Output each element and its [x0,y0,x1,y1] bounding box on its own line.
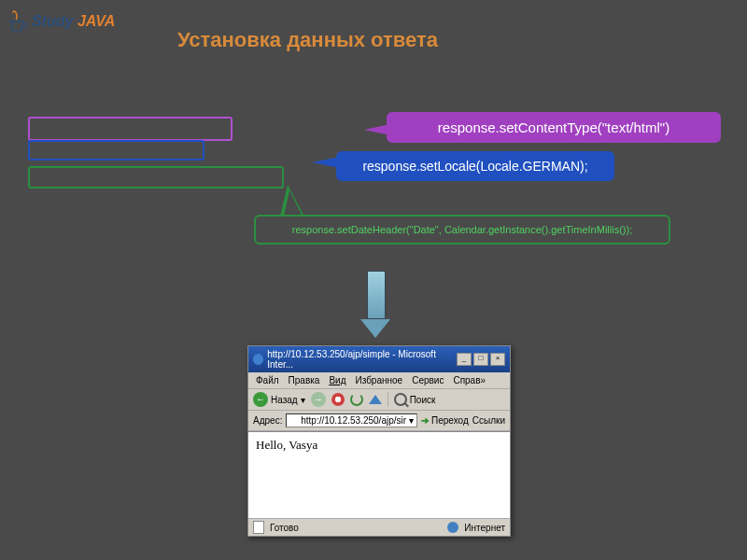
slide-title: Установка данных ответа [177,28,438,52]
go-button[interactable]: ➔ Переход [421,415,469,426]
logo-text-study: Study [32,13,73,29]
page-body-text: Hello, Vasya [256,438,317,452]
address-url: http://10.12.53.250/ajp/sir [301,415,406,426]
close-button[interactable]: × [490,353,505,366]
dropdown-icon: ▾ [301,395,305,405]
go-label: Переход [431,415,469,426]
menu-tools[interactable]: Сервис [408,374,447,386]
ie-icon [253,354,263,365]
maximize-button[interactable]: □ [473,353,488,366]
menu-help[interactable]: Справ» [449,374,489,386]
browser-content: Hello, Vasya [248,431,510,518]
logo: Study JAVA [7,9,115,34]
minimize-button[interactable]: _ [457,353,472,366]
arrow-down-icon [360,271,390,338]
browser-window: http://10.12.53.250/ajp/simple - Microso… [247,345,511,537]
stop-icon[interactable] [331,393,345,406]
search-button[interactable]: Поиск [394,393,436,406]
forward-button[interactable]: → [311,392,326,407]
browser-title: http://10.12.53.250/ajp/simple - Microso… [267,349,453,370]
search-icon [394,393,407,406]
search-label: Поиск [410,395,436,405]
browser-titlebar: http://10.12.53.250/ajp/simple - Microso… [248,346,510,372]
coffee-cup-icon [7,9,28,34]
code-placeholder-blue [28,140,204,161]
back-button[interactable]: ← Назад ▾ [253,392,305,407]
refresh-icon[interactable] [350,393,363,406]
separator [388,392,388,407]
browser-addressbar: Адрес: http://10.12.53.250/ajp/sir ▾ ➔ П… [248,411,510,431]
callout-tail-green-inner [284,190,303,217]
address-label: Адрес: [253,415,282,426]
back-label: Назад [271,395,298,405]
menu-file[interactable]: Файл [252,374,283,386]
globe-icon [447,522,458,533]
home-icon[interactable] [369,395,382,404]
address-input[interactable]: http://10.12.53.250/ajp/sir ▾ [286,413,417,427]
code-placeholder-green [28,166,284,189]
status-zone: Интернет [464,523,505,533]
status-ready: Готово [270,523,299,533]
menu-edit[interactable]: Правка [285,374,324,386]
callout-date-header: response.setDateHeader("Date", Calendar.… [254,215,670,245]
go-icon: ➔ [421,415,429,426]
document-icon [253,521,264,534]
code-placeholder-purple [28,117,233,141]
back-arrow-icon: ← [253,392,268,407]
browser-toolbar: ← Назад ▾ → Поиск [248,389,510,411]
browser-statusbar: Готово Интернет [248,518,510,536]
links-label[interactable]: Ссылки [472,415,505,426]
callout-locale: response.setLocale(Locale.GERMAN); [336,151,614,181]
logo-text-java: JAVA [78,13,115,29]
menu-view[interactable]: Вид [325,374,349,386]
browser-menubar: Файл Правка Вид Избранное Сервис Справ» [248,372,510,389]
menu-favorites[interactable]: Избранное [351,374,406,386]
callout-content-type: response.setContentType("text/html") [387,112,721,143]
dropdown-icon[interactable]: ▾ [409,415,414,426]
page-icon [289,416,298,426]
